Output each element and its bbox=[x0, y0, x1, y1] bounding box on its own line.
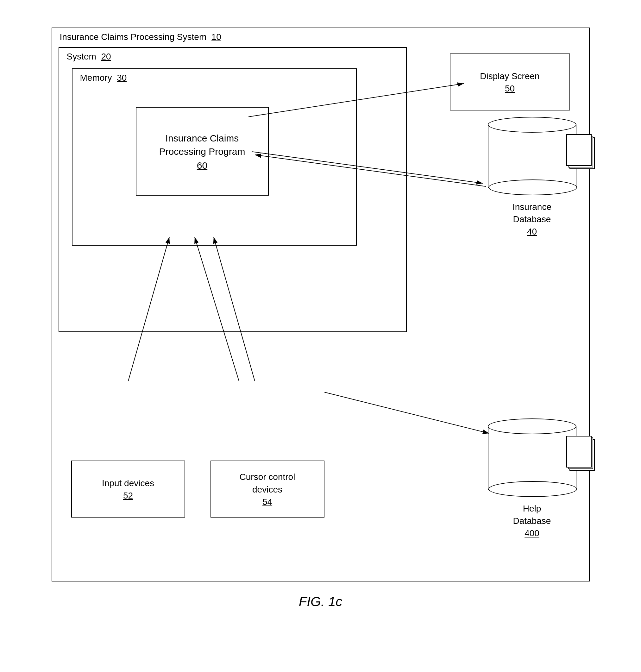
system-num: 20 bbox=[101, 52, 111, 61]
memory-box: Memory 30 Insurance ClaimsProcessing Pro… bbox=[72, 68, 357, 246]
page-wrapper: Insurance Claims Processing System 10 Sy… bbox=[36, 28, 605, 645]
input-devices-label: Input devices bbox=[102, 477, 154, 489]
figure-caption: FIG. 1c bbox=[299, 594, 342, 609]
help-db-cylinder bbox=[488, 419, 576, 490]
help-doc-page-3 bbox=[566, 436, 591, 467]
program-box: Insurance ClaimsProcessing Program 60 bbox=[136, 107, 269, 196]
help-cylinder-body bbox=[488, 426, 576, 490]
system-label: System 20 bbox=[66, 52, 112, 62]
cursor-devices-box: Cursor controldevices 54 bbox=[210, 461, 325, 518]
insurance-db-container: InsuranceDatabase40 bbox=[488, 117, 576, 238]
cylinder-body bbox=[488, 125, 576, 188]
cursor-devices-num: 54 bbox=[262, 497, 272, 507]
cursor-devices-label: Cursor controldevices bbox=[240, 471, 295, 495]
program-label-text: Insurance ClaimsProcessing Program bbox=[159, 132, 245, 158]
system-box: System 20 Memory 30 Insurance ClaimsProc… bbox=[58, 47, 407, 332]
memory-label: Memory 30 bbox=[79, 73, 128, 83]
display-screen-num: 50 bbox=[505, 84, 515, 94]
outer-system-label-text: Insurance Claims Processing System bbox=[60, 32, 207, 42]
display-screen-box: Display Screen 50 bbox=[450, 54, 570, 110]
help-db-label: HelpDatabase400 bbox=[513, 502, 551, 540]
help-cylinder-top bbox=[488, 419, 576, 434]
doc-page-3 bbox=[566, 134, 591, 166]
memory-num: 30 bbox=[117, 73, 127, 83]
system-label-text: System bbox=[67, 52, 96, 61]
insurance-db-label: InsuranceDatabase40 bbox=[513, 201, 551, 238]
cylinder-bottom bbox=[488, 179, 577, 195]
outer-system-label: Insurance Claims Processing System 10 bbox=[58, 32, 222, 42]
help-db-container: HelpDatabase400 bbox=[488, 419, 576, 540]
input-devices-num: 52 bbox=[123, 491, 133, 501]
insurance-db-cylinder bbox=[488, 117, 576, 188]
insurance-db-num: 40 bbox=[527, 227, 537, 236]
display-screen-label: Display Screen bbox=[480, 70, 540, 82]
help-cylinder-bottom bbox=[488, 481, 577, 497]
arrow-cursor-to-helpdb bbox=[325, 392, 489, 433]
outer-system-num: 10 bbox=[212, 32, 221, 42]
memory-label-text: Memory bbox=[80, 73, 112, 83]
cylinder-top bbox=[488, 117, 576, 133]
outer-system-box: Insurance Claims Processing System 10 Sy… bbox=[52, 28, 590, 581]
help-db-num: 400 bbox=[524, 528, 540, 538]
program-num: 60 bbox=[197, 160, 207, 171]
input-devices-box: Input devices 52 bbox=[71, 461, 185, 518]
